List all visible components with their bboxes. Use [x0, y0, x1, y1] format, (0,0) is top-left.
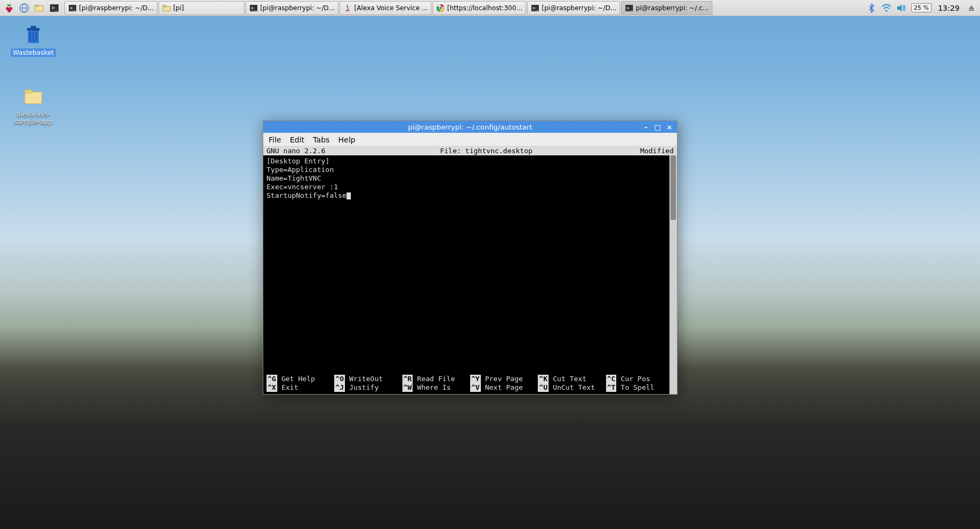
- eject-icon[interactable]: [966, 3, 977, 13]
- svg-point-2: [8, 9, 11, 12]
- terminal-area[interactable]: GNU nano 2.2.6 File: tightvnc.desktop Mo…: [263, 147, 677, 394]
- taskbar-app-button[interactable]: [https://localhost:300...: [433, 1, 526, 15]
- taskbar-app-label: [pi@raspberrypi: ~/D...: [260, 4, 335, 12]
- nano-shortcut: ^RRead File: [402, 375, 470, 383]
- filemanager-icon[interactable]: [32, 1, 46, 15]
- terminal-launch-icon[interactable]: >_: [47, 1, 61, 15]
- menu-raspberry-icon[interactable]: [2, 1, 16, 15]
- systray: 25 % 13:29: [866, 3, 980, 13]
- taskbar-app-button[interactable]: >_[pi@raspberrypi: ~/D...: [246, 1, 338, 15]
- shortcut-label: To Spell: [621, 383, 654, 392]
- svg-rect-25: [969, 10, 974, 11]
- taskbar-app-label: [https://localhost:300...: [447, 4, 522, 12]
- menu-edit[interactable]: Edit: [290, 135, 304, 144]
- svg-point-19: [439, 6, 442, 9]
- nano-shortcut: ^JJustify: [334, 383, 402, 392]
- shortcut-key: ^T: [606, 383, 617, 392]
- nano-shortcut: ^TTo Spell: [606, 383, 674, 392]
- terminal-window: pi@raspberrypi: ~/.config/autostart – □ …: [263, 120, 678, 395]
- taskbar-app-label: [pi]: [173, 4, 184, 12]
- shortcut-label: Exit: [282, 383, 298, 392]
- svg-rect-7: [35, 5, 39, 6]
- window-titlebar[interactable]: pi@raspberrypi: ~/.config/autostart – □ …: [263, 121, 677, 133]
- nano-header: GNU nano 2.2.6 File: tightvnc.desktop Mo…: [263, 147, 677, 155]
- window-controls: – □ ×: [642, 123, 674, 131]
- shortcut-label: WriteOut: [349, 375, 383, 383]
- taskbar-app-label: [pi@raspberrypi: ~/D...: [79, 4, 154, 12]
- taskbar-app-label: [Alexa Voice Service ...: [354, 4, 428, 12]
- shortcut-key: ^O: [334, 375, 345, 383]
- editor-line: Name=TightVNC: [266, 174, 674, 183]
- taskbar-app-button[interactable]: [Alexa Voice Service ...: [340, 1, 431, 15]
- folder-icon: [162, 4, 171, 12]
- svg-text:>_: >_: [251, 5, 257, 11]
- nano-editor-body[interactable]: [Desktop Entry]Type=ApplicationName=Tigh…: [263, 155, 677, 374]
- shortcut-key: ^U: [538, 383, 549, 392]
- taskbar-app-button[interactable]: >_pi@raspberrypi: ~/.c...: [621, 1, 712, 15]
- terminal-icon: >_: [531, 4, 539, 12]
- shortcut-label: Cur Pos: [621, 375, 650, 383]
- shortcut-label: Prev Page: [485, 375, 523, 383]
- taskbar-app-button[interactable]: >_[pi@raspberrypi: ~/D...: [527, 1, 620, 15]
- shortcut-key: ^Y: [470, 375, 481, 383]
- shortcut-key: ^W: [402, 383, 413, 392]
- editor-line: [Desktop Entry]: [266, 157, 674, 166]
- shortcut-key: ^C: [606, 375, 617, 383]
- shortcut-key: ^J: [334, 383, 345, 392]
- desktop-folder-alexa[interactable]: alexa-avs-sample-app: [11, 83, 56, 126]
- nano-shortcut: ^VNext Page: [470, 383, 538, 392]
- desktop-wastebasket[interactable]: Wastebasket: [11, 22, 56, 57]
- scrollbar-thumb[interactable]: [671, 155, 676, 220]
- menu-tabs[interactable]: Tabs: [313, 135, 330, 144]
- trash-icon: [20, 22, 46, 47]
- taskbar-app-button[interactable]: [pi]: [158, 1, 244, 15]
- nano-shortcut: ^GGet Help: [266, 375, 334, 383]
- browser-icon[interactable]: [17, 1, 31, 15]
- taskbar-launchers: >_: [0, 1, 61, 15]
- nano-shortcut: ^XExit: [266, 383, 334, 392]
- svg-rect-32: [25, 92, 42, 104]
- volume-icon[interactable]: [896, 3, 907, 13]
- editor-line: StartupNotify=false: [266, 191, 674, 200]
- terminal-scrollbar[interactable]: [669, 155, 677, 394]
- taskbar: >_ >_[pi@raspberrypi: ~/D...[pi]>_[pi@ra…: [0, 0, 980, 16]
- taskbar-app-label: pi@raspberrypi: ~/.c...: [636, 4, 709, 12]
- nano-shortcuts: ^GGet Help^OWriteOut^RRead File^YPrev Pa…: [263, 374, 677, 394]
- nano-filename: File: tightvnc.desktop: [363, 147, 609, 155]
- menu-help[interactable]: Help: [338, 135, 356, 144]
- taskbar-app-button[interactable]: >_[pi@raspberrypi: ~/D...: [64, 1, 157, 15]
- terminal-icon: >_: [68, 4, 77, 12]
- taskbar-app-label: [pi@raspberrypi: ~/D...: [542, 4, 616, 12]
- bluetooth-icon[interactable]: [866, 3, 877, 13]
- close-button[interactable]: ×: [665, 123, 674, 131]
- nano-status: Modified: [609, 147, 674, 155]
- shortcut-label: Cut Text: [553, 375, 587, 383]
- wifi-icon[interactable]: [881, 3, 892, 13]
- terminal-icon: >_: [625, 4, 633, 12]
- shortcut-label: Read File: [417, 375, 455, 383]
- java-icon: [343, 4, 352, 12]
- shortcut-label: UnCut Text: [553, 383, 595, 392]
- svg-point-24: [885, 10, 888, 12]
- shortcut-key: ^R: [402, 375, 413, 383]
- svg-text:>_: >_: [70, 5, 76, 11]
- shortcut-label: Justify: [349, 383, 379, 392]
- menu-file[interactable]: File: [269, 135, 281, 144]
- battery-indicator[interactable]: 25 %: [911, 3, 932, 12]
- minimize-button[interactable]: –: [642, 123, 650, 131]
- nano-shortcut: ^KCut Text: [538, 375, 606, 383]
- nano-shortcut: ^YPrev Page: [470, 375, 538, 383]
- clock[interactable]: 13:29: [936, 4, 962, 12]
- editor-line: Type=Application: [266, 166, 674, 174]
- taskbar-app-buttons: >_[pi@raspberrypi: ~/D...[pi]>_[pi@raspb…: [64, 1, 866, 15]
- svg-rect-13: [163, 5, 166, 7]
- shortcut-label: Next Page: [485, 383, 523, 392]
- shortcut-key: ^K: [538, 375, 549, 383]
- shortcut-label: Get Help: [282, 375, 315, 383]
- terminal-icon: >_: [249, 4, 258, 12]
- nano-shortcut: ^WWhere Is: [402, 383, 470, 392]
- shortcut-key: ^V: [470, 383, 481, 392]
- svg-rect-28: [31, 26, 36, 28]
- maximize-button[interactable]: □: [653, 123, 662, 131]
- desktop-wastebasket-label: Wastebasket: [11, 48, 56, 57]
